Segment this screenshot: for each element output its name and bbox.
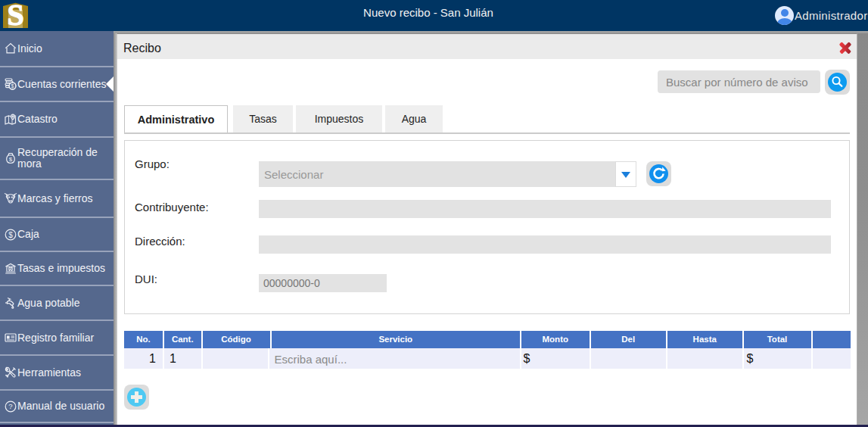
- svg-text:$: $: [8, 230, 13, 238]
- svg-text:?: ?: [8, 402, 12, 410]
- svg-text:$: $: [11, 83, 14, 89]
- svg-text:$: $: [9, 156, 13, 163]
